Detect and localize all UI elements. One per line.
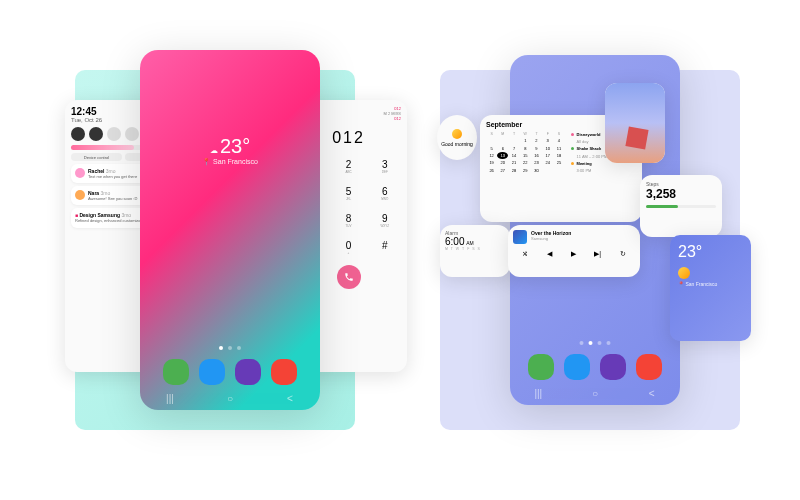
- album-art: [513, 230, 527, 244]
- browser-app-icon[interactable]: [600, 354, 626, 380]
- phone-home-pink: ☁ 23° 📍 San Francisco |||○<: [140, 50, 320, 410]
- key-6[interactable]: 6MNO: [369, 182, 401, 205]
- page-indicator: [580, 341, 611, 345]
- phone-icon: [344, 272, 354, 282]
- greeting-widget[interactable]: Good morning: [437, 115, 477, 160]
- key-5[interactable]: 5JKL: [332, 182, 364, 205]
- device-control-chip[interactable]: Device control: [71, 153, 122, 161]
- recents-button[interactable]: |||: [532, 388, 544, 399]
- messages-app-icon[interactable]: [564, 354, 590, 380]
- key-hash[interactable]: #: [369, 236, 401, 259]
- nav-bar: |||○<: [510, 388, 680, 399]
- play-icon[interactable]: ▶: [571, 250, 576, 258]
- bluetooth-icon[interactable]: [107, 127, 121, 141]
- call-button[interactable]: [337, 265, 361, 289]
- calendar-grid: SMTWTFS 1234 567891011 12131415161718 19…: [486, 131, 565, 174]
- camera-app-icon[interactable]: [636, 354, 662, 380]
- phone-app-icon[interactable]: [163, 359, 189, 385]
- music-widget[interactable]: Over the HorizonSamsung ⤨ ◀ ▶ ▶| ↻: [508, 225, 640, 277]
- browser-app-icon[interactable]: [235, 359, 261, 385]
- repeat-icon[interactable]: ↻: [620, 250, 626, 258]
- key-8[interactable]: 8TUV: [332, 209, 364, 232]
- camera-app-icon[interactable]: [271, 359, 297, 385]
- key-2[interactable]: 2ABC: [332, 155, 364, 178]
- alarm-widget[interactable]: Alarm 6:00 AM M T W T F S S: [440, 225, 510, 277]
- gallery-widget[interactable]: [605, 83, 665, 163]
- app-dock: [163, 359, 297, 385]
- rotate-icon[interactable]: [125, 127, 139, 141]
- steps-widget[interactable]: Steps 3,258: [640, 175, 722, 237]
- weather-widget[interactable]: ☁ 23° 📍 San Francisco: [202, 135, 258, 166]
- home-button[interactable]: ○: [589, 388, 601, 399]
- photo-subject: [625, 126, 648, 149]
- phone-app-icon[interactable]: [528, 354, 554, 380]
- key-3[interactable]: 3DEF: [369, 155, 401, 178]
- page-indicator: [219, 346, 241, 350]
- weather-widget-large[interactable]: 23° 📍 San Francisco: [670, 235, 751, 341]
- recents-button[interactable]: |||: [164, 393, 176, 404]
- shuffle-icon[interactable]: ⤨: [522, 250, 528, 258]
- sun-icon: [678, 267, 690, 279]
- sound-icon[interactable]: [89, 127, 103, 141]
- messages-app-icon[interactable]: [199, 359, 225, 385]
- prev-icon[interactable]: ◀: [547, 250, 552, 258]
- avatar: [75, 168, 85, 178]
- key-0[interactable]: 0+: [332, 236, 364, 259]
- nav-bar: |||○<: [140, 393, 320, 404]
- next-icon[interactable]: ▶|: [594, 250, 601, 258]
- key-9[interactable]: 9WXYZ: [369, 209, 401, 232]
- steps-progress: [646, 205, 716, 208]
- wifi-icon[interactable]: [71, 127, 85, 141]
- back-button[interactable]: <: [284, 393, 296, 404]
- back-button[interactable]: <: [646, 388, 658, 399]
- sun-icon: [452, 129, 462, 139]
- app-dock: [528, 354, 662, 380]
- home-button[interactable]: ○: [224, 393, 236, 404]
